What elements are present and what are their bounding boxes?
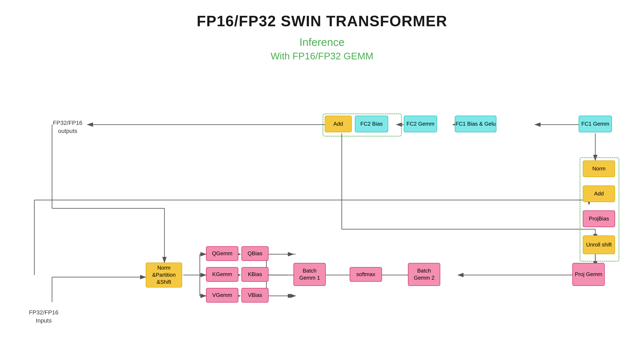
norm-partition-label: Norm &Partition &Shift	[146, 264, 182, 285]
softmax-box: softmax	[350, 267, 382, 282]
subtitle-inference: Inference	[0, 36, 644, 48]
fc1-bias-gelu-box: FC1 Bias & Gelu	[455, 116, 496, 132]
add-right-label: Add	[594, 190, 604, 197]
softmax-label: softmax	[356, 271, 375, 278]
diagram-area: Add FC2 Bias FC2 Gemm FC1 Bias & Gelu FC…	[0, 73, 644, 344]
vgemm-box: VGemm	[206, 288, 238, 302]
add-top-label: Add	[334, 120, 343, 128]
subtitle-gemm: With FP16/FP32 GEMM	[0, 51, 644, 62]
fc1-gemm-label: FC1 Gemm	[581, 120, 609, 128]
norm-partition-box: Norm &Partition &Shift	[146, 262, 182, 287]
fc2-gemm-box: FC2 Gemm	[404, 116, 437, 132]
unroll-shift-box: Unroll shift	[583, 235, 615, 254]
proj-bias-label: ProjBias	[589, 215, 609, 222]
proj-bias-box: ProjBias	[583, 210, 615, 227]
norm-top-label: Norm	[592, 165, 606, 172]
batch-gemm2-label: Batch Gemm 2	[408, 267, 440, 281]
qbias-box: QBias	[242, 246, 268, 261]
proj-gemm-box: Proj Gemm	[572, 263, 605, 286]
batch-gemm1-label: Batch Gemm 1	[294, 267, 325, 281]
fc2-bias-box: FC2 Bias	[355, 116, 388, 132]
unroll-shift-label: Unroll shift	[586, 241, 612, 248]
norm-top-box: Norm	[583, 160, 615, 177]
qgemm-label: QGemm	[212, 250, 232, 257]
vgemm-label: VGemm	[212, 292, 232, 299]
add-top-box: Add	[325, 116, 352, 132]
proj-gemm-label: Proj Gemm	[575, 271, 602, 278]
vbias-box: VBias	[242, 288, 268, 302]
kgemm-box: KGemm	[206, 267, 238, 282]
fc1-gemm-box: FC1 Gemm	[579, 116, 612, 132]
fp32-fp16-outputs-label: FP32/FP16 outputs	[47, 119, 88, 135]
fc1-bias-gelu-label: FC1 Bias & Gelu	[456, 120, 496, 128]
qgemm-box: QGemm	[206, 246, 238, 261]
fp32-fp16-inputs-label: FP32/FP16 Inputs	[23, 308, 64, 325]
qbias-label: QBias	[248, 250, 262, 257]
batch-gemm2-box: Batch Gemm 2	[408, 263, 440, 286]
add-right-box: Add	[583, 185, 615, 202]
kbias-label: KBias	[248, 271, 262, 278]
kgemm-label: KGemm	[212, 271, 232, 278]
page-title: FP16/FP32 SWIN TRANSFORMER	[0, 0, 644, 30]
fc2-bias-label: FC2 Bias	[360, 120, 383, 128]
arrows-svg	[0, 73, 644, 344]
batch-gemm1-box: Batch Gemm 1	[294, 263, 326, 286]
fc2-gemm-label: FC2 Gemm	[406, 120, 434, 128]
kbias-box: KBias	[242, 267, 268, 282]
vbias-label: VBias	[248, 292, 262, 299]
